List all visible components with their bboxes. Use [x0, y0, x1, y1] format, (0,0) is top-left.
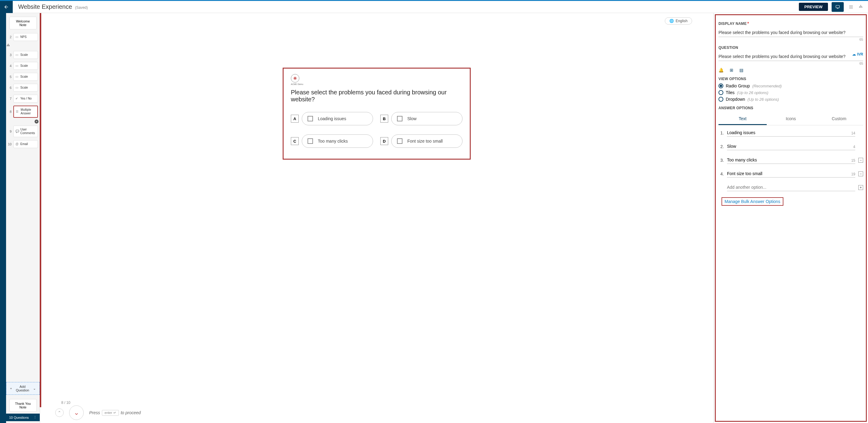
layout-icon[interactable]: ⊞: [730, 68, 733, 72]
language-selector[interactable]: 🌐 English: [665, 17, 692, 25]
answer-char-count: 14: [851, 131, 855, 135]
thank-you-card[interactable]: Thank You Note: [9, 399, 37, 412]
question-preview-card: ❋ ACME Demo Please select the problems y…: [283, 68, 471, 160]
multiple-icon: ☰: [16, 110, 20, 114]
q-num: 4: [8, 64, 11, 68]
sidebar-q-scale[interactable]: ▭Scale: [13, 51, 38, 59]
sidebar-q-scale[interactable]: ▭Scale: [13, 73, 38, 81]
ivr-toggle[interactable]: ☁IVR: [852, 52, 863, 56]
answer-input-2[interactable]: [727, 143, 855, 150]
display-mode-button[interactable]: [832, 2, 844, 12]
app-header: Website Experience (Saved) PREVIEW: [0, 1, 868, 13]
sidebar-q-multiple[interactable]: ☰Multiple Answer: [13, 105, 38, 118]
option-d[interactable]: Font size too small: [391, 134, 463, 148]
delete-answer-button[interactable]: −: [858, 172, 863, 176]
sidebar-q-email[interactable]: @Email: [13, 140, 38, 148]
sidebar-q-scale[interactable]: ▭Scale: [13, 84, 38, 92]
checkbox-icon: [308, 139, 313, 144]
question-input[interactable]: [718, 52, 863, 61]
view-dropdown[interactable]: Dropdown(Up to 26 options): [718, 97, 863, 102]
sidebar-footer: 10 Questions⋮: [6, 414, 40, 421]
q-num: 3: [8, 53, 11, 57]
svg-point-2: [859, 7, 860, 8]
answer-num: 4.: [718, 172, 724, 176]
menu-icon[interactable]: [846, 2, 856, 12]
preview-canvas: 🌐 English ❋ ACME Demo Please select the …: [40, 13, 713, 423]
checkbox-icon: [308, 116, 313, 121]
tab-icons[interactable]: Icons: [767, 113, 815, 125]
preview-button[interactable]: PREVIEW: [799, 3, 828, 11]
comments-icon: 💬: [16, 129, 19, 133]
bulk-options-link[interactable]: Manage Bulk Answer Options: [721, 197, 783, 206]
tree-icon[interactable]: [856, 2, 866, 12]
settings-icon[interactable]: ▤: [739, 68, 743, 72]
option-letter: A: [291, 115, 299, 123]
option-letter: D: [380, 137, 388, 145]
cloud-icon: ☁: [852, 52, 856, 56]
properties-panel: DISPLAY NAME* 65 QUESTION ☁IVR 65 🔔 ⊞ ▤ …: [713, 13, 868, 423]
sidebar-q-comments[interactable]: 💬User Comments: [13, 126, 38, 137]
tab-custom[interactable]: Custom: [815, 113, 863, 125]
checkbox-icon: [397, 139, 402, 144]
answer-input-1[interactable]: [727, 129, 855, 137]
email-icon: @: [16, 142, 19, 146]
q-num: 2: [8, 35, 11, 39]
question-label: QUESTION: [718, 46, 863, 50]
scale-icon: ▭: [16, 86, 19, 90]
next-question-button[interactable]: ⌄: [69, 405, 84, 420]
question-char-count: 65: [718, 62, 863, 65]
scale-icon: ▭: [16, 64, 19, 68]
option-a[interactable]: Loading issues: [302, 112, 373, 125]
option-c[interactable]: Too many clicks: [302, 134, 373, 148]
yesno-icon: ✔: [16, 97, 19, 100]
scale-icon: ▭: [16, 75, 19, 79]
answer-char-count: 15: [851, 158, 855, 163]
page-title: Website Experience: [18, 3, 72, 10]
brand-logo: ❋ ACME Demo: [291, 74, 463, 85]
add-answer-button[interactable]: +: [858, 185, 863, 190]
q-num: 9: [8, 129, 11, 133]
view-tiles[interactable]: Tiles(Up to 26 options): [718, 90, 863, 95]
progress-indicator: 8 / 10: [61, 400, 70, 405]
prev-question-button[interactable]: ⌃: [55, 409, 64, 417]
nps-icon: ▭: [16, 35, 19, 39]
answer-input-4[interactable]: [727, 170, 855, 178]
view-radio-group[interactable]: Radio Group(Recommended): [718, 84, 863, 88]
option-letter: C: [291, 137, 299, 145]
sidebar-q-scale[interactable]: ▭Scale: [13, 62, 38, 70]
checkbox-icon: [397, 116, 402, 121]
answer-options-label: ANSWER OPTIONS: [718, 106, 863, 110]
q-num: 7: [8, 97, 11, 100]
view-options-label: VIEW OPTIONS: [718, 77, 863, 81]
back-button[interactable]: [0, 1, 13, 13]
answer-num: 3.: [718, 158, 724, 163]
display-name-label: DISPLAY NAME*: [718, 21, 863, 26]
translate-icon: 🌐: [669, 19, 674, 23]
answer-input-3[interactable]: [727, 156, 855, 164]
add-question-button[interactable]: +Add Question⌄: [6, 382, 40, 395]
tab-text[interactable]: Text: [718, 113, 767, 125]
answer-char-count: 19: [851, 172, 855, 176]
sidebar-q-yesno[interactable]: ✔Yes / No: [13, 95, 38, 102]
welcome-note-card[interactable]: Welcome Note: [9, 17, 37, 29]
insert-question-button[interactable]: +: [35, 120, 38, 123]
proceed-hint: Press enter↵ to proceed: [89, 410, 141, 416]
footer-menu-icon[interactable]: ⋮: [33, 415, 37, 419]
answer-num: 2.: [718, 144, 724, 149]
delete-answer-button[interactable]: −: [858, 158, 863, 163]
answer-num: 1.: [718, 130, 724, 135]
option-b[interactable]: Slow: [391, 112, 463, 125]
display-name-char-count: 65: [718, 38, 863, 41]
sidebar-q-nps[interactable]: ▭NPS: [13, 33, 38, 41]
svg-point-4: [862, 7, 863, 8]
logo-icon: ❋: [291, 74, 299, 83]
display-name-input[interactable]: [718, 28, 863, 37]
q-num: 6: [8, 86, 11, 90]
add-answer-input[interactable]: [727, 184, 855, 191]
svg-point-6: [7, 46, 7, 46]
alert-icon[interactable]: 🔔: [718, 68, 724, 72]
q-num: 10: [8, 142, 11, 146]
left-rail: [0, 13, 6, 423]
branch-icon[interactable]: [6, 43, 37, 49]
preview-question-text: Please select the problems you faced dur…: [291, 89, 463, 103]
